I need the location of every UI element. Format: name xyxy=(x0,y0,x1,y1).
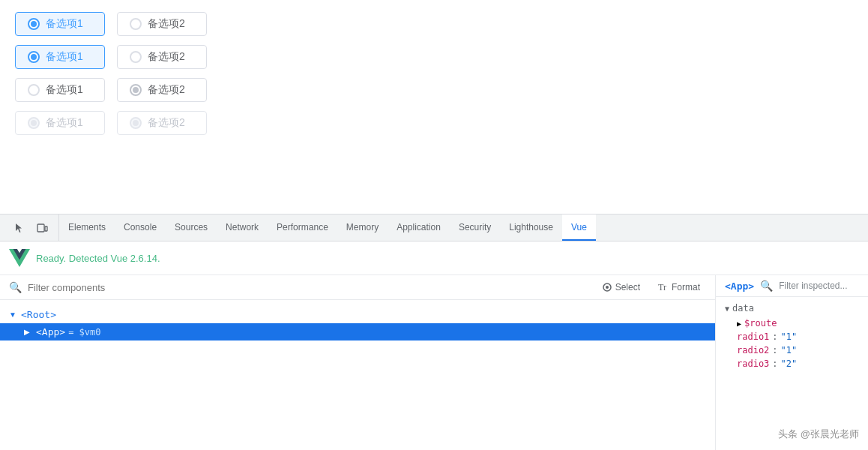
app-arrow-icon: ▶ xyxy=(24,328,33,336)
devtools-tabs-bar: Elements Console Sources Network Perform… xyxy=(0,214,868,242)
tree-app-item[interactable]: ▶ <App> = $vm0 xyxy=(0,323,715,340)
tab-application[interactable]: Application xyxy=(388,214,450,241)
svg-rect-1 xyxy=(45,226,47,231)
tab-sources[interactable]: Sources xyxy=(166,214,217,241)
radio-circle-1-2 xyxy=(130,18,142,30)
radio-label-4-1: 备选项1 xyxy=(46,116,83,130)
root-tag: <Root> xyxy=(21,309,56,320)
radio-label-2-1: 备选项1 xyxy=(46,50,83,64)
app-tag: <App> xyxy=(36,326,65,338)
svg-text:Tr: Tr xyxy=(658,282,666,292)
radio-row-3: 备选项1 备选项2 xyxy=(15,78,853,102)
vue-devtools-content: Ready. Detected Vue 2.6.14. 🔍 xyxy=(0,242,868,450)
app-vm-assign: = $vm0 xyxy=(68,327,100,338)
radio-circle-4-2 xyxy=(130,117,142,129)
radio-label-1-2: 备选项2 xyxy=(148,17,185,31)
tab-performance[interactable]: Performance xyxy=(268,214,337,241)
filter-inspected-label: Filter inspected... xyxy=(779,280,847,291)
tab-console[interactable]: Console xyxy=(115,214,166,241)
route-key: $route xyxy=(744,318,777,328)
radio-option-3-2[interactable]: 备选项2 xyxy=(117,78,207,102)
vue-right-body: ▼ data ▶ $route radio1 : "1" radio2 : xyxy=(716,297,868,376)
data-arrow-icon: ▼ xyxy=(725,304,729,313)
tab-lighthouse[interactable]: Lighthouse xyxy=(500,214,562,241)
vue-left-panel: 🔍 Select Tr xyxy=(0,275,716,450)
radio-option-4-1: 备选项1 xyxy=(15,111,105,135)
tab-vue[interactable]: Vue xyxy=(562,214,596,241)
data-radio3-item: radio3 : "2" xyxy=(725,357,859,370)
radio2-val: "1" xyxy=(781,345,798,356)
route-arrow-icon: ▶ xyxy=(737,320,741,328)
vue-toolbar-right: Select Tr Format xyxy=(596,280,706,295)
radio-circle-3-1 xyxy=(28,84,40,96)
vue-main-panel: 🔍 Select Tr xyxy=(0,275,868,450)
radio1-val: "1" xyxy=(781,332,798,342)
format-icon: Tr xyxy=(658,282,669,292)
data-section-header: ▼ data xyxy=(725,303,859,314)
tab-security[interactable]: Security xyxy=(450,214,500,241)
radio-row-4: 备选项1 备选项2 xyxy=(15,111,853,135)
radio-circle-2-2 xyxy=(130,51,142,63)
select-button[interactable]: Select xyxy=(596,280,646,295)
radio-option-3-1[interactable]: 备选项1 xyxy=(15,78,105,102)
vue-ready-text: Ready. Detected Vue 2.6.14. xyxy=(36,253,160,264)
radio-row-1: 备选项1 备选项2 xyxy=(15,12,853,36)
format-button[interactable]: Tr Format xyxy=(652,280,706,295)
vue-right-panel: <App> 🔍 Filter inspected... ▼ data ▶ $ro… xyxy=(716,275,868,450)
radio-option-2-1[interactable]: 备选项1 xyxy=(15,45,105,69)
main-content: 备选项1 备选项2 备选项1 备选项2 备选项1 备选项2 备选 xyxy=(0,0,868,214)
radio-label-2-2: 备选项2 xyxy=(148,50,185,64)
tab-elements[interactable]: Elements xyxy=(59,214,115,241)
radio-option-1-2[interactable]: 备选项2 xyxy=(117,12,207,36)
radio-label-3-1: 备选项1 xyxy=(46,83,83,97)
vue-logo-icon xyxy=(9,248,30,268)
root-arrow-icon: ▼ xyxy=(9,310,18,319)
vue-right-header: <App> 🔍 Filter inspected... xyxy=(716,275,868,297)
devtools-icon-group xyxy=(3,214,59,241)
tree-root-item[interactable]: ▼ <Root> xyxy=(0,306,715,323)
radio3-key: radio3 xyxy=(737,358,769,369)
radio-circle-1-1 xyxy=(28,18,40,30)
radio-option-2-2[interactable]: 备选项2 xyxy=(117,45,207,69)
cursor-icon[interactable] xyxy=(9,218,30,238)
radio-label-1-1: 备选项1 xyxy=(46,17,83,31)
vue-app-tag: <App> xyxy=(725,280,754,292)
tab-network[interactable]: Network xyxy=(217,214,268,241)
svg-rect-0 xyxy=(37,224,44,232)
device-icon[interactable] xyxy=(31,218,52,238)
radio-label-3-2: 备选项2 xyxy=(148,83,185,97)
data-route-item[interactable]: ▶ $route xyxy=(725,316,859,330)
radio-circle-3-2 xyxy=(130,84,142,96)
search-icon: 🔍 xyxy=(9,281,22,293)
radio-option-4-2: 备选项2 xyxy=(117,111,207,135)
right-search-icon[interactable]: 🔍 xyxy=(760,280,773,292)
radio-option-1-1[interactable]: 备选项1 xyxy=(15,12,105,36)
data-radio1-item: radio1 : "1" xyxy=(725,330,859,344)
tab-memory[interactable]: Memory xyxy=(337,214,388,241)
radio2-key: radio2 xyxy=(737,345,769,356)
devtools-panel: Elements Console Sources Network Perform… xyxy=(0,214,868,450)
radio-circle-4-1 xyxy=(28,117,40,129)
select-icon xyxy=(602,282,612,292)
radio1-key: radio1 xyxy=(737,332,769,342)
data-radio2-item: radio2 : "1" xyxy=(725,344,859,357)
data-section-label: data xyxy=(732,303,754,314)
svg-point-3 xyxy=(606,286,609,289)
vue-component-tree: ▼ <Root> ▶ <App> = $vm0 xyxy=(0,300,715,450)
filter-components-input[interactable] xyxy=(28,282,590,293)
radio-label-4-2: 备选项2 xyxy=(148,116,185,130)
vue-header: Ready. Detected Vue 2.6.14. xyxy=(0,242,868,275)
radio-circle-2-1 xyxy=(28,51,40,63)
radio-row-2: 备选项1 备选项2 xyxy=(15,45,853,69)
vue-filter-bar: 🔍 Select Tr xyxy=(0,275,715,300)
radio3-val: "2" xyxy=(781,358,798,369)
